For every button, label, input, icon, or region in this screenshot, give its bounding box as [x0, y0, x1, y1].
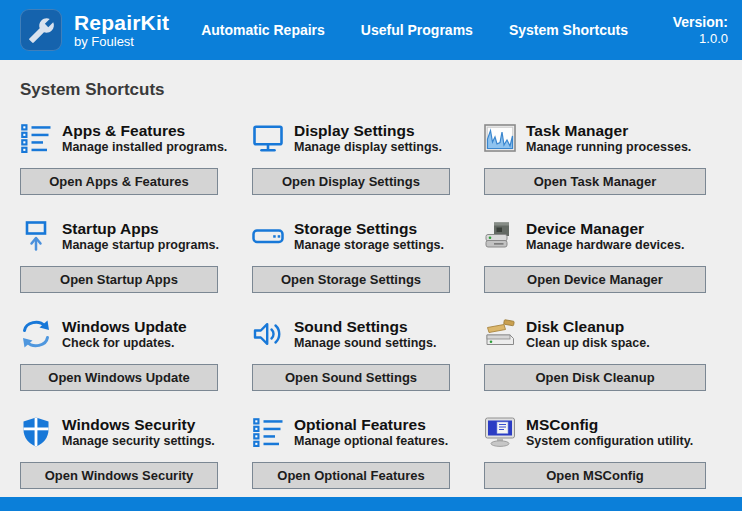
shortcut-description: Manage installed programs.	[62, 140, 227, 155]
version-info: Version: 1.0.0	[673, 13, 728, 47]
shortcut-title: Optional Features	[294, 416, 448, 434]
speaker-icon	[252, 318, 284, 350]
shortcut-card: Sound Settings Manage sound settings. Op…	[252, 316, 450, 391]
shortcut-description: Manage display settings.	[294, 140, 442, 155]
main-nav: Automatic Repairs Useful Programs System…	[201, 22, 628, 38]
brand-byline: by Foulest	[74, 34, 169, 49]
sync-icon	[20, 318, 52, 350]
shortcut-card: Task Manager Manage running processes. O…	[484, 120, 706, 195]
shortcut-description: Manage security settings.	[62, 434, 215, 449]
shortcut-description: System configuration utility.	[526, 434, 693, 449]
version-label: Version:	[673, 13, 728, 31]
shortcuts-grid: Apps & Features Manage installed program…	[20, 120, 742, 489]
shortcut-description: Manage running processes.	[526, 140, 691, 155]
nav-system-shortcuts[interactable]: System Shortcuts	[509, 22, 628, 38]
open-optional-features-button[interactable]: Open Optional Features	[252, 462, 450, 489]
brand-name: RepairKit	[74, 11, 169, 34]
app-logo	[20, 9, 62, 51]
shortcut-description: Manage startup programs.	[62, 238, 219, 253]
shortcut-title: Windows Update	[62, 318, 187, 336]
shortcut-title: MSConfig	[526, 416, 693, 434]
monitor-icon	[252, 122, 284, 154]
shortcut-title: Windows Security	[62, 416, 215, 434]
shortcut-card: Disk Cleanup Clean up disk space. Open D…	[484, 316, 706, 391]
shortcut-description: Manage storage settings.	[294, 238, 444, 253]
open-apps-features-button[interactable]: Open Apps & Features	[20, 168, 218, 195]
shortcut-title: Apps & Features	[62, 122, 227, 140]
shortcut-card: Device Manager Manage hardware devices. …	[484, 218, 706, 293]
disk-brush-icon	[484, 318, 516, 350]
performance-graph-icon	[484, 122, 516, 154]
shortcut-description: Check for updates.	[62, 336, 187, 351]
shortcut-title: Disk Cleanup	[526, 318, 650, 336]
hardware-icon	[484, 220, 516, 252]
brand: RepairKit by Foulest	[74, 11, 169, 49]
msconfig-monitor-icon	[484, 416, 516, 448]
open-startup-apps-button[interactable]: Open Startup Apps	[20, 266, 218, 293]
shortcut-card: Storage Settings Manage storage settings…	[252, 218, 450, 293]
shortcut-description: Manage optional features.	[294, 434, 448, 449]
shortcut-description: Manage sound settings.	[294, 336, 436, 351]
shortcut-description: Manage hardware devices.	[526, 238, 684, 253]
page-title: System Shortcuts	[20, 80, 742, 100]
shortcut-card: Display Settings Manage display settings…	[252, 120, 450, 195]
shortcut-card: Apps & Features Manage installed program…	[20, 120, 218, 195]
drive-icon	[252, 220, 284, 252]
open-storage-settings-button[interactable]: Open Storage Settings	[252, 266, 450, 293]
wrench-icon	[28, 17, 55, 44]
shortcut-title: Device Manager	[526, 220, 684, 238]
open-windows-security-button[interactable]: Open Windows Security	[20, 462, 218, 489]
startup-arrow-icon	[20, 220, 52, 252]
shortcut-title: Task Manager	[526, 122, 691, 140]
shield-icon	[20, 416, 52, 448]
shortcut-card: MSConfig System configuration utility. O…	[484, 414, 706, 489]
shortcut-card: Startup Apps Manage startup programs. Op…	[20, 218, 218, 293]
list-icon	[20, 122, 52, 154]
shortcut-card: Windows Security Manage security setting…	[20, 414, 218, 489]
open-sound-settings-button[interactable]: Open Sound Settings	[252, 364, 450, 391]
open-device-manager-button[interactable]: Open Device Manager	[484, 266, 706, 293]
shortcut-title: Startup Apps	[62, 220, 219, 238]
version-value: 1.0.0	[673, 31, 728, 47]
footer-bar	[0, 497, 742, 511]
shortcut-description: Clean up disk space.	[526, 336, 650, 351]
shortcut-title: Display Settings	[294, 122, 442, 140]
open-task-manager-button[interactable]: Open Task Manager	[484, 168, 706, 195]
shortcut-title: Sound Settings	[294, 318, 436, 336]
shortcut-card: Windows Update Check for updates. Open W…	[20, 316, 218, 391]
open-msconfig-button[interactable]: Open MSConfig	[484, 462, 706, 489]
list-icon	[252, 416, 284, 448]
shortcut-card: Optional Features Manage optional featur…	[252, 414, 450, 489]
shortcut-title: Storage Settings	[294, 220, 444, 238]
nav-automatic-repairs[interactable]: Automatic Repairs	[201, 22, 325, 38]
open-disk-cleanup-button[interactable]: Open Disk Cleanup	[484, 364, 706, 391]
nav-useful-programs[interactable]: Useful Programs	[361, 22, 473, 38]
open-windows-update-button[interactable]: Open Windows Update	[20, 364, 218, 391]
app-header: RepairKit by Foulest Automatic Repairs U…	[0, 0, 742, 60]
open-display-settings-button[interactable]: Open Display Settings	[252, 168, 450, 195]
